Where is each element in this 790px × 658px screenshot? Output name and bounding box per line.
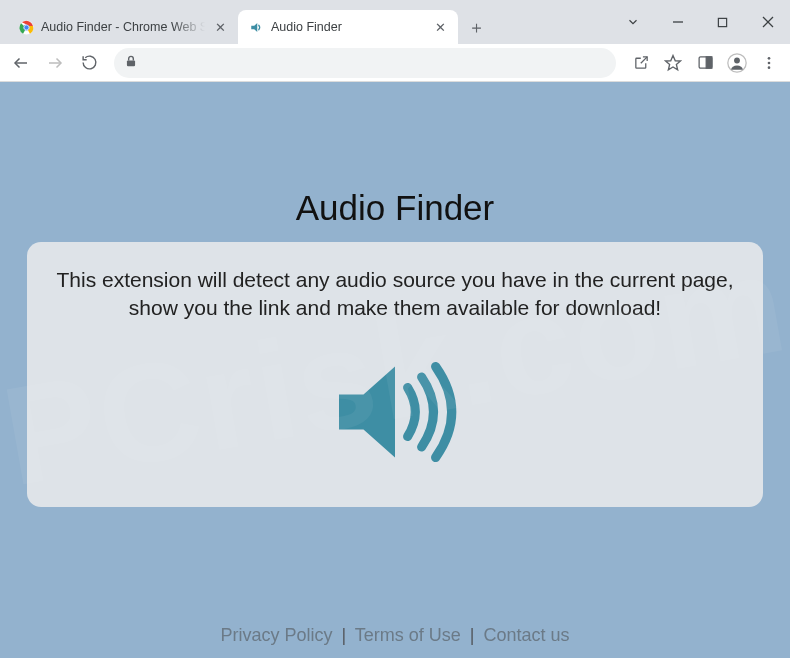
- page-viewport: PCrisk.com Audio Finder This extension w…: [0, 82, 790, 658]
- page-footer: Privacy Policy | Terms of Use | Contact …: [0, 625, 790, 646]
- separator: |: [470, 625, 475, 645]
- lock-icon: [124, 54, 138, 71]
- side-panel-icon[interactable]: [690, 48, 720, 78]
- svg-rect-10: [127, 60, 135, 66]
- card-description: This extension will detect any audio sou…: [53, 266, 737, 323]
- audio-favicon-icon: [248, 19, 264, 35]
- forward-button[interactable]: [40, 48, 70, 78]
- close-window-button[interactable]: [745, 7, 790, 37]
- info-card: This extension will detect any audio sou…: [27, 242, 763, 507]
- profile-avatar-icon[interactable]: [722, 48, 752, 78]
- browser-toolbar: [0, 44, 790, 82]
- svg-point-16: [768, 57, 771, 60]
- share-icon[interactable]: [626, 48, 656, 78]
- tab-chrome-web-store[interactable]: Audio Finder - Chrome Web S ✕: [8, 10, 238, 44]
- tab-audio-finder[interactable]: Audio Finder ✕: [238, 10, 458, 44]
- tab-title: Audio Finder: [271, 20, 425, 34]
- maximize-button[interactable]: [700, 7, 745, 37]
- browser-titlebar: Audio Finder - Chrome Web S ✕ Audio Find…: [0, 0, 790, 44]
- chevron-down-icon[interactable]: [610, 7, 655, 37]
- new-tab-button[interactable]: ＋: [462, 13, 490, 41]
- svg-point-18: [768, 66, 771, 69]
- privacy-policy-link[interactable]: Privacy Policy: [220, 625, 332, 645]
- back-button[interactable]: [6, 48, 36, 78]
- window-controls: [610, 0, 790, 44]
- svg-rect-13: [706, 57, 712, 68]
- svg-point-17: [768, 61, 771, 64]
- page-title: Audio Finder: [296, 188, 494, 228]
- contact-us-link[interactable]: Contact us: [484, 625, 570, 645]
- minimize-button[interactable]: [655, 7, 700, 37]
- address-bar[interactable]: [114, 48, 616, 78]
- close-icon[interactable]: ✕: [212, 19, 228, 35]
- chrome-favicon-icon: [18, 19, 34, 35]
- reload-button[interactable]: [74, 48, 104, 78]
- tab-title: Audio Finder - Chrome Web S: [41, 20, 205, 34]
- close-icon[interactable]: ✕: [432, 19, 448, 35]
- kebab-menu-icon[interactable]: [754, 48, 784, 78]
- terms-of-use-link[interactable]: Terms of Use: [355, 625, 461, 645]
- svg-marker-11: [666, 55, 681, 69]
- speaker-icon: [53, 347, 737, 477]
- separator: |: [341, 625, 346, 645]
- bookmark-star-icon[interactable]: [658, 48, 688, 78]
- svg-rect-5: [718, 18, 726, 26]
- svg-point-15: [734, 57, 740, 63]
